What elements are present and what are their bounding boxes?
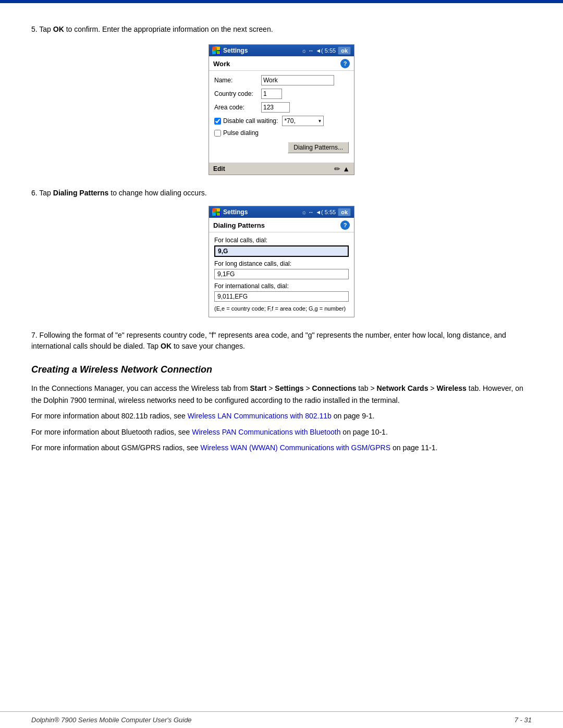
- titlebar-dialing-title: Settings: [223, 208, 248, 216]
- footer-right: 7 - 31: [515, 716, 532, 724]
- step6-bold: Dialing Patterns: [53, 189, 109, 197]
- link-lan[interactable]: Wireless LAN Communications with 802.11b: [188, 412, 332, 420]
- local-calls-label: For local calls, dial:: [214, 237, 349, 244]
- name-label: Name:: [214, 77, 261, 84]
- pulse-dialing-label: Pulse dialing: [223, 129, 259, 137]
- step5-bold: OK: [53, 25, 64, 33]
- svg-rect-0: [213, 47, 216, 50]
- dialog-footer-work: Edit ✏ ▲: [209, 163, 354, 175]
- dropdown-arrow-icon: ▼: [317, 119, 322, 124]
- dialing-status-icons: ☼ ↔ ◄( 5:55: [301, 209, 336, 215]
- section-heading: Creating a Wireless Network Connection: [31, 364, 532, 375]
- windows-logo-icon: [212, 46, 221, 55]
- titlebar-title: Settings: [223, 47, 248, 54]
- dialog-heading-work: Work ?: [209, 56, 354, 71]
- svg-rect-6: [213, 213, 216, 216]
- help-icon-dialing[interactable]: ?: [340, 220, 350, 230]
- long-distance-label: For long distance calls, dial:: [214, 260, 349, 267]
- pencil-icon: ✏ ▲: [334, 165, 350, 173]
- body-line2: For more information about Bluetooth rad…: [31, 426, 532, 438]
- area-code-label: Area code:: [214, 104, 261, 111]
- step6-text: 6. Tap Dialing Patterns to change how di…: [31, 188, 532, 199]
- svg-rect-7: [217, 213, 220, 216]
- country-code-row: Country code:: [214, 89, 349, 99]
- page-footer: Dolphin® 7900 Series Mobile Computer Use…: [0, 711, 563, 728]
- help-icon[interactable]: ?: [340, 59, 350, 68]
- dialing-patterns-button[interactable]: Dialing Patterns...: [288, 142, 349, 153]
- dialing-note: (E,e = country code; F,f = area code; G,…: [214, 305, 349, 313]
- dialog-body-work: Name: Country code: Area code: Disable c…: [209, 71, 354, 163]
- step7-bold: OK: [161, 342, 172, 350]
- dialog-title-work: Work: [213, 60, 230, 68]
- step7-text: 7. Following the format of "e" represent…: [31, 330, 532, 352]
- svg-rect-5: [217, 208, 220, 212]
- step5-pre: 5. Tap: [31, 25, 53, 33]
- disable-call-waiting-checkbox[interactable]: [214, 118, 221, 125]
- pulse-dialing-row: Pulse dialing: [214, 129, 349, 137]
- ok-button[interactable]: ok: [338, 46, 351, 55]
- titlebar-left: Settings: [212, 46, 248, 55]
- international-input[interactable]: 9,011,EFG: [214, 291, 349, 302]
- titlebar-dialing-icons: ☼ ↔ ◄( 5:55 ok: [301, 208, 351, 216]
- step6-post: to change how dialing occurs.: [108, 189, 206, 197]
- call-waiting-value: *70,: [284, 117, 295, 125]
- dialog-title-dialing: Dialing Patterns: [213, 221, 265, 229]
- svg-rect-4: [213, 208, 216, 212]
- international-label: For international calls, dial:: [214, 282, 349, 290]
- area-code-input[interactable]: [261, 102, 290, 113]
- country-code-input[interactable]: [261, 89, 282, 99]
- windows-logo-icon-2: [212, 208, 221, 216]
- local-calls-input[interactable]: 9,G: [214, 245, 349, 257]
- call-waiting-dropdown[interactable]: *70, ▼: [282, 116, 324, 126]
- area-code-row: Area code:: [214, 102, 349, 113]
- dialing-patterns-dialog: Settings ☼ ↔ ◄( 5:55 ok Dialing Patterns…: [209, 206, 354, 317]
- body-line3: For more information about GSM/GPRS radi…: [31, 442, 532, 453]
- svg-rect-1: [217, 47, 220, 50]
- step6-pre: 6. Tap: [31, 189, 53, 197]
- name-row: Name:: [214, 75, 349, 85]
- country-code-label: Country code:: [214, 90, 261, 97]
- svg-rect-3: [217, 51, 220, 54]
- svg-rect-2: [213, 51, 216, 54]
- step5-post: to confirm. Enter the appropriate inform…: [64, 25, 273, 33]
- disable-call-waiting-row: Disable call waiting: *70, ▼: [214, 116, 349, 126]
- link-wwan[interactable]: Wireless WAN (WWAN) Communications with …: [200, 443, 390, 452]
- link-bluetooth[interactable]: Wireless PAN Communications with Bluetoo…: [192, 428, 340, 436]
- dialog-heading-dialing: Dialing Patterns ?: [209, 218, 354, 232]
- step7-pre: Following the format of "e" represents c…: [31, 331, 506, 350]
- pulse-dialing-checkbox[interactable]: [214, 130, 221, 137]
- dialing-ok-button[interactable]: ok: [338, 208, 351, 216]
- work-settings-dialog: Settings ☼ ↔ ◄( 5:55 ok Work ? Name: Cou…: [209, 44, 354, 175]
- status-icons: ☼ ↔ ◄( 5:55: [301, 47, 336, 54]
- dialog-body-dialing: For local calls, dial: 9,G For long dist…: [209, 232, 354, 317]
- titlebar-icons: ☼ ↔ ◄( 5:55 ok: [301, 46, 351, 55]
- name-input[interactable]: [261, 75, 334, 85]
- titlebar-dialing-left: Settings: [212, 208, 248, 216]
- footer-edit-label: Edit: [213, 165, 225, 172]
- titlebar-dialing: Settings ☼ ↔ ◄( 5:55 ok: [209, 206, 354, 218]
- step7-post: to save your changes.: [172, 342, 245, 350]
- footer-left: Dolphin® 7900 Series Mobile Computer Use…: [31, 716, 192, 724]
- disable-call-waiting-label: Disable call waiting:: [223, 117, 278, 125]
- step5-text: 5. Tap OK to confirm. Enter the appropri…: [31, 24, 532, 35]
- titlebar-work: Settings ☼ ↔ ◄( 5:55 ok: [209, 45, 354, 56]
- page-content: 5. Tap OK to confirm. Enter the appropri…: [0, 3, 563, 489]
- body-line1: For more information about 802.11b radio…: [31, 410, 532, 422]
- body-paragraph1: In the Connections Manager, you can acce…: [31, 382, 532, 406]
- long-distance-input[interactable]: 9,1FG: [214, 269, 349, 279]
